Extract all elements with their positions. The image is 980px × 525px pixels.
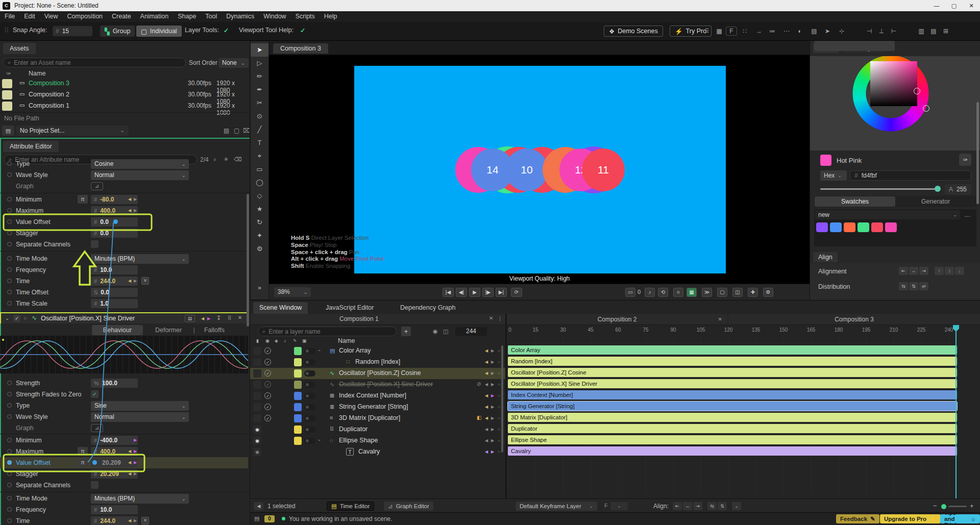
feedback-button[interactable]: Feedback✎ [836,514,879,523]
align-keys-center-button[interactable]: ↔ [683,502,692,510]
connection-dot[interactable] [92,460,97,465]
next-keyframe-icon[interactable]: ▶ [134,208,137,213]
separate-channels-checkbox[interactable] [91,240,99,248]
wave-style-dropdown[interactable]: Normal⌄ [91,412,189,422]
layer-name[interactable]: String Generator [String] [339,403,408,410]
graph-button[interactable]: ⊿ [91,182,103,190]
attr-connector[interactable] [7,392,12,396]
layer-tools-check-icon[interactable]: ✓ [224,27,229,34]
warning-badge[interactable]: 0 [264,515,275,522]
visibility-column-icon[interactable]: ◉ [265,338,270,343]
align-top-button[interactable]: ↑ [935,267,944,275]
toolbar-icon[interactable]: ▦ [714,26,725,36]
next-keyframe-icon[interactable]: ▶ [134,438,137,442]
pivot-tool[interactable]: ⌖ [251,149,268,163]
swatch-chip[interactable] [830,222,842,232]
go-to-end-button[interactable]: ▶| [496,288,507,297]
layer-color-swatch[interactable] [294,426,302,434]
menu-help[interactable]: Help [320,11,342,22]
toolbar-icon[interactable]: ⠿ [701,26,713,36]
tips-and-tricks-button[interactable]: Tips and Tricks☼ [940,514,980,523]
layer-row[interactable]: ◉⠿Duplicator◀▶○ [250,424,505,435]
attr-connector[interactable] [7,208,12,213]
rectangle-tool[interactable]: ▭ [251,163,268,176]
stopwatch-icon[interactable]: ○ [498,382,500,387]
snapping-icon[interactable]: ▦ [687,288,697,297]
toolbar-icon[interactable]: ≔ [767,26,778,36]
swatch-chip[interactable] [857,222,869,232]
viewport-help-check-icon[interactable]: ✓ [300,27,305,34]
next-keyframe-icon[interactable]: ▶ [134,471,137,476]
prev-keyframe-icon[interactable]: ◀ [485,393,488,398]
wave-style-dropdown[interactable]: Normal⌄ [91,170,189,180]
next-keyframe-icon[interactable]: ▶ [491,405,494,409]
close-icon[interactable]: ✕ [718,314,722,325]
menu-file[interactable]: File [0,11,19,22]
toolbar-icon[interactable]: ▤ [928,26,939,36]
attr-connector[interactable] [7,161,12,166]
next-keyframe-icon[interactable]: ▶ [491,360,494,364]
menu-tool[interactable]: Tool [201,11,222,22]
default-keyframe-layer-dropdown[interactable]: Default Keyframe Layer⌄ [516,502,597,511]
ellipse-tool[interactable]: ◯ [251,176,268,189]
camera-toggle[interactable] [304,415,315,421]
layer-row-disabled[interactable]: ✓∿Oscillator [Position.X] Sine Driver⊘◀▶… [250,379,505,390]
asset-color-swatch[interactable] [2,102,12,111]
split-view-icon[interactable]: ◫ [732,288,743,297]
camera-toggle[interactable] [304,393,315,399]
solo-radio[interactable]: ○ [23,315,27,321]
bounds-icon[interactable]: ▢ [717,288,727,297]
stopwatch-icon[interactable]: ○ [498,416,500,420]
prev-keyframe-icon[interactable]: ◀ [128,518,131,523]
audio-column-icon[interactable]: ♪ [284,338,286,343]
previous-frame-button[interactable]: ◀| [456,288,467,297]
attr-connector[interactable] [7,483,12,487]
layer-color-swatch[interactable] [294,414,302,422]
layer-row[interactable]: ✓⌗3D Matrix [Duplicator]◧◀▶○ [250,413,505,424]
collapse-button[interactable]: ◀ [254,502,263,510]
menu-icon[interactable]: ▤ [185,315,195,322]
prev-keyframe-icon[interactable]: ◀ [485,405,488,409]
next-keyframe-icon[interactable]: ▶ [134,197,137,202]
ripple-keys-button[interactable]: ⇅ [718,502,727,510]
close-icon[interactable]: ✕ [489,315,493,321]
next-keyframe-icon[interactable]: ▶ [491,393,494,398]
expand-chevron-icon[interactable]: ⌄ [317,347,322,352]
solo-filter-icon[interactable]: ◉ [433,328,438,335]
oscillator-header[interactable]: ⌄ ✓ ○ ∿ Oscillator [Position.X] Sine Dri… [0,312,248,323]
enabled-toggle[interactable]: ✓ [264,359,271,365]
attr-connector[interactable] [7,518,12,523]
align-keys-right-button[interactable]: ⇥ [693,502,702,510]
attr-connector[interactable] [7,403,12,408]
minimum-field[interactable]: #-400.0 [91,436,138,445]
hue-handle[interactable] [923,105,929,112]
remove-connection-button[interactable]: ✕ [141,277,149,285]
layer-color-swatch[interactable] [294,437,302,445]
next-keyframe-icon[interactable]: ▶ [491,371,494,376]
layer-row[interactable]: ✓≣String Generator [String]◀▶○ [250,402,505,413]
align-keys-left-button[interactable]: ⇤ [673,502,682,510]
layer-search[interactable]: ⌕ [258,327,397,336]
prev-keyframe-icon[interactable]: ◀ [485,416,488,420]
lock-cell[interactable] [253,358,261,366]
time-scale-field[interactable]: #1.0 [91,299,138,308]
oscillator-waveform[interactable] [0,336,248,373]
layer-row[interactable]: ✓∷Random [Index]◀▶○ [250,357,505,368]
toolbar-icon[interactable]: ⊢ [888,26,899,36]
enabled-toggle[interactable]: ✓ [264,370,271,377]
timeline-track[interactable]: Index Context [Number] [508,390,957,399]
expand-chevron-icon[interactable]: ⌄ [317,437,322,442]
toolbar-icon[interactable]: ⊣ [864,26,875,36]
prev-keyframe-icon[interactable]: ◀ [201,316,204,321]
timeline-track[interactable]: Oscillator [Position.X] Sine Driver [508,379,957,388]
project-set-icon[interactable]: ▤ [2,126,14,136]
type-dropdown[interactable]: Cosine⌄ [91,159,189,169]
menu-composition[interactable]: Composition [63,11,107,22]
snap-keys-button[interactable]: ⇆ [707,502,717,510]
circle-blue-10[interactable]: 10 [505,148,548,191]
camera-toggle[interactable] [304,427,315,433]
minimize-button[interactable]: — [928,0,945,11]
scrollbar[interactable] [976,102,979,204]
star-tool[interactable]: ★ [251,203,268,216]
prev-keyframe-icon[interactable]: ◀ [128,279,131,283]
